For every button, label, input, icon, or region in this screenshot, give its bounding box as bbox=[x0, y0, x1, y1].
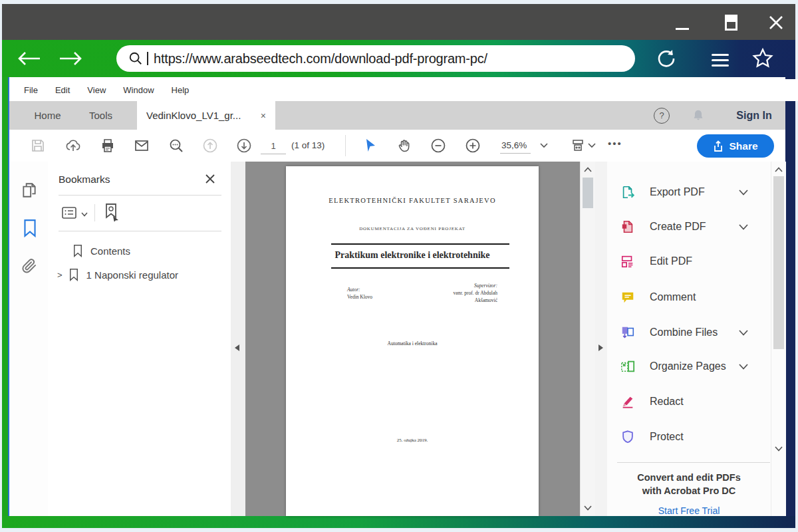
pdf-page[interactable]: ELEKTROTEHNIČKI FAKULTET SARAJEVO DOKUME… bbox=[286, 166, 539, 516]
bell-icon bbox=[691, 108, 706, 123]
scrollbar-thumb[interactable] bbox=[583, 178, 593, 208]
tab-close-icon[interactable]: × bbox=[261, 110, 266, 121]
scroll-up-icon[interactable] bbox=[775, 167, 783, 172]
tool-protect[interactable]: Protect bbox=[607, 424, 771, 450]
more-tools-button[interactable]: ••• bbox=[608, 138, 622, 149]
search-document-icon[interactable] bbox=[168, 138, 184, 154]
bookmark-icon bbox=[72, 244, 84, 257]
bookmarks-panel-icon[interactable] bbox=[21, 219, 39, 237]
chevron-down-icon[interactable] bbox=[739, 190, 748, 196]
email-icon[interactable] bbox=[134, 138, 150, 154]
print-icon[interactable] bbox=[100, 138, 116, 154]
zoom-in-icon[interactable] bbox=[465, 138, 481, 154]
pdf-title: Praktikum elektronike i elektrotehnike bbox=[286, 250, 539, 261]
tool-combine-files[interactable]: Combine Files bbox=[607, 319, 771, 346]
pdf-university-line: ELEKTROTEHNIČKI FAKULTET SARAJEVO bbox=[286, 197, 539, 204]
panel-collapse-strip[interactable] bbox=[231, 162, 246, 516]
tool-create-pdf[interactable]: Create PDF bbox=[607, 213, 771, 240]
browser-forward-button[interactable] bbox=[57, 51, 84, 66]
menu-view[interactable]: View bbox=[87, 85, 106, 95]
forward-arrow-icon bbox=[57, 51, 84, 66]
menu-help[interactable]: Help bbox=[172, 85, 190, 95]
tool-organize-pages[interactable]: Organize Pages bbox=[607, 353, 771, 380]
tab-document[interactable]: VedinKlovo_LV1_gr... × bbox=[137, 101, 275, 130]
close-panel-icon[interactable] bbox=[205, 174, 215, 184]
url-text: https://www.arabseedtech.com/download-pd… bbox=[154, 51, 487, 66]
text-cursor bbox=[147, 52, 148, 65]
tool-comment[interactable]: Comment bbox=[607, 284, 771, 311]
browser-back-button[interactable] bbox=[16, 51, 43, 66]
scrollbar-thumb[interactable] bbox=[773, 176, 784, 349]
pdf-rule bbox=[331, 267, 509, 269]
options-dropdown-icon[interactable] bbox=[81, 212, 88, 217]
close-button[interactable] bbox=[766, 12, 786, 33]
previous-page-icon[interactable] bbox=[202, 138, 218, 154]
fit-dropdown-icon[interactable] bbox=[588, 143, 596, 148]
tool-export-pdf[interactable]: Export PDF bbox=[607, 179, 771, 205]
page-number-input[interactable] bbox=[261, 138, 286, 154]
bookmark-item-naponski-regulator[interactable]: > 1 Naponski regulator bbox=[48, 264, 231, 285]
chevron-down-icon[interactable] bbox=[739, 364, 748, 370]
tools-collapse-strip[interactable] bbox=[595, 162, 608, 516]
page-count-label: (1 of 13) bbox=[291, 140, 325, 150]
tools-scrollbar[interactable] bbox=[771, 162, 786, 516]
attachments-icon[interactable] bbox=[21, 257, 38, 275]
promo-line-1: Convert and edit PDFs bbox=[607, 472, 771, 483]
scroll-down-icon[interactable] bbox=[775, 446, 783, 452]
share-button[interactable]: Share bbox=[697, 134, 774, 158]
upload-cloud-icon[interactable] bbox=[65, 138, 81, 154]
maximize-button[interactable] bbox=[722, 13, 740, 33]
new-bookmark-icon[interactable] bbox=[102, 203, 120, 221]
document-scrollbar[interactable] bbox=[580, 162, 595, 516]
redact-icon bbox=[620, 394, 635, 409]
url-bar[interactable]: https://www.arabseedtech.com/download-pd… bbox=[116, 45, 635, 72]
browser-menu-button[interactable] bbox=[712, 51, 729, 70]
tab-home[interactable]: Home bbox=[23, 101, 72, 130]
tool-edit-pdf[interactable]: Edit PDF bbox=[607, 248, 771, 275]
star-icon bbox=[751, 47, 774, 70]
chevron-down-icon[interactable] bbox=[739, 330, 748, 336]
search-icon bbox=[128, 51, 143, 66]
close-icon bbox=[767, 14, 785, 31]
sign-in-button[interactable]: Sign In bbox=[724, 101, 784, 130]
bookmarks-panel: Bookmarks Contents > 1 Naponski regulato… bbox=[48, 162, 231, 516]
next-page-icon[interactable] bbox=[236, 138, 252, 154]
zoom-dropdown-icon[interactable] bbox=[540, 143, 548, 148]
pdf-course-line: Automatika i elektronika bbox=[286, 340, 539, 346]
zoom-level-value[interactable]: 35,6% bbox=[500, 140, 531, 154]
app-tabbar: Home Tools VedinKlovo_LV1_gr... × ? Sign… bbox=[9, 101, 785, 130]
scroll-up-icon[interactable] bbox=[584, 167, 592, 172]
hand-tool-icon[interactable] bbox=[396, 138, 412, 154]
notifications-button[interactable] bbox=[688, 101, 709, 130]
refresh-button[interactable] bbox=[656, 48, 677, 69]
expand-chevron[interactable]: > bbox=[57, 270, 63, 280]
menu-file[interactable]: File bbox=[24, 85, 38, 95]
pdf-rule bbox=[331, 243, 509, 245]
menu-window[interactable]: Window bbox=[123, 85, 154, 95]
promo-line-2: with Acrobat Pro DC bbox=[607, 485, 771, 496]
tab-tools[interactable]: Tools bbox=[76, 101, 126, 130]
page-thumbnails-icon[interactable] bbox=[21, 182, 38, 199]
back-arrow-icon bbox=[16, 51, 43, 66]
tool-redact[interactable]: Redact bbox=[607, 388, 771, 415]
save-icon[interactable] bbox=[30, 138, 46, 154]
menu-edit[interactable]: Edit bbox=[55, 85, 70, 95]
window-border-right bbox=[785, 77, 795, 516]
start-free-trial-link[interactable]: Start Free Trial bbox=[607, 505, 771, 516]
select-tool-icon[interactable] bbox=[362, 138, 378, 154]
bookmark-options-icon[interactable] bbox=[61, 205, 77, 220]
chevron-down-icon[interactable] bbox=[739, 224, 748, 230]
edit-pdf-icon bbox=[620, 254, 635, 269]
fit-width-icon[interactable] bbox=[570, 138, 586, 154]
organize-pages-icon bbox=[620, 359, 635, 374]
zoom-out-icon[interactable] bbox=[430, 138, 446, 154]
favorite-button[interactable] bbox=[751, 47, 774, 70]
app-toolbar: (1 of 13) 35,6% ••• Share bbox=[9, 130, 785, 162]
scroll-down-icon[interactable] bbox=[584, 505, 592, 511]
minimize-button[interactable] bbox=[673, 15, 692, 33]
help-button[interactable]: ? bbox=[651, 101, 672, 130]
comment-icon bbox=[620, 290, 635, 305]
window-border-left bbox=[2, 77, 8, 516]
tools-panel: Export PDF Create PDF Edit PDF Comment bbox=[607, 162, 771, 516]
bookmark-item-contents[interactable]: Contents bbox=[48, 240, 231, 261]
